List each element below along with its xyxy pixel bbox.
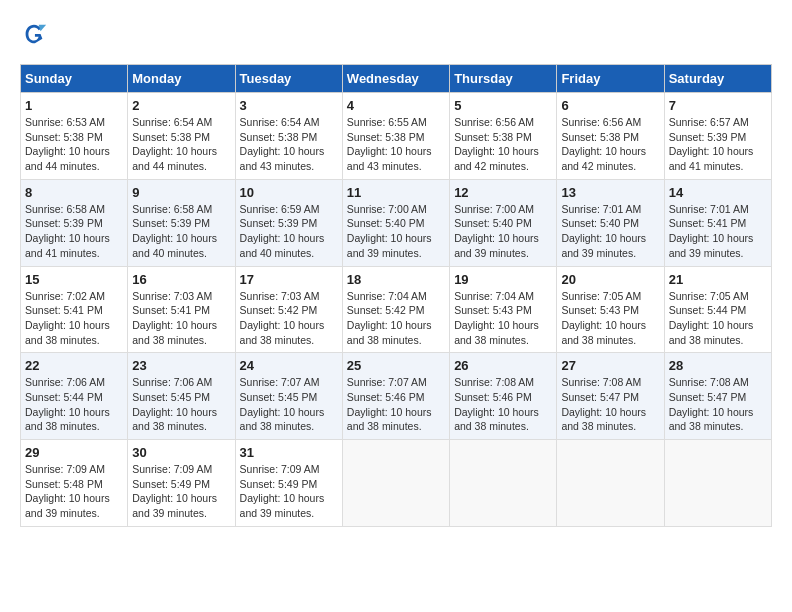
- calendar-body: 1Sunrise: 6:53 AMSunset: 5:38 PMDaylight…: [21, 93, 772, 527]
- calendar-day-cell: 15Sunrise: 7:02 AMSunset: 5:41 PMDayligh…: [21, 266, 128, 353]
- day-number: 31: [240, 445, 338, 460]
- day-info: Sunrise: 6:58 AMSunset: 5:39 PMDaylight:…: [25, 202, 123, 261]
- calendar-day-cell: 27Sunrise: 7:08 AMSunset: 5:47 PMDayligh…: [557, 353, 664, 440]
- calendar-day-cell: 20Sunrise: 7:05 AMSunset: 5:43 PMDayligh…: [557, 266, 664, 353]
- calendar-day-cell: 12Sunrise: 7:00 AMSunset: 5:40 PMDayligh…: [450, 179, 557, 266]
- day-number: 6: [561, 98, 659, 113]
- calendar-day-cell: 13Sunrise: 7:01 AMSunset: 5:40 PMDayligh…: [557, 179, 664, 266]
- logo: [20, 20, 52, 48]
- calendar-day-cell: 11Sunrise: 7:00 AMSunset: 5:40 PMDayligh…: [342, 179, 449, 266]
- empty-cell: [557, 440, 664, 527]
- calendar-day-cell: 9Sunrise: 6:58 AMSunset: 5:39 PMDaylight…: [128, 179, 235, 266]
- day-info: Sunrise: 7:08 AMSunset: 5:47 PMDaylight:…: [669, 375, 767, 434]
- day-header-friday: Friday: [557, 65, 664, 93]
- day-number: 30: [132, 445, 230, 460]
- day-number: 26: [454, 358, 552, 373]
- day-info: Sunrise: 7:04 AMSunset: 5:43 PMDaylight:…: [454, 289, 552, 348]
- day-number: 17: [240, 272, 338, 287]
- day-info: Sunrise: 7:04 AMSunset: 5:42 PMDaylight:…: [347, 289, 445, 348]
- day-info: Sunrise: 7:00 AMSunset: 5:40 PMDaylight:…: [454, 202, 552, 261]
- calendar-day-cell: 21Sunrise: 7:05 AMSunset: 5:44 PMDayligh…: [664, 266, 771, 353]
- day-info: Sunrise: 7:01 AMSunset: 5:40 PMDaylight:…: [561, 202, 659, 261]
- day-info: Sunrise: 6:56 AMSunset: 5:38 PMDaylight:…: [561, 115, 659, 174]
- day-number: 15: [25, 272, 123, 287]
- day-header-tuesday: Tuesday: [235, 65, 342, 93]
- day-info: Sunrise: 7:08 AMSunset: 5:47 PMDaylight:…: [561, 375, 659, 434]
- day-number: 29: [25, 445, 123, 460]
- calendar-day-cell: 22Sunrise: 7:06 AMSunset: 5:44 PMDayligh…: [21, 353, 128, 440]
- day-info: Sunrise: 7:09 AMSunset: 5:49 PMDaylight:…: [132, 462, 230, 521]
- calendar-day-cell: 19Sunrise: 7:04 AMSunset: 5:43 PMDayligh…: [450, 266, 557, 353]
- day-number: 14: [669, 185, 767, 200]
- day-number: 25: [347, 358, 445, 373]
- calendar-day-cell: 2Sunrise: 6:54 AMSunset: 5:38 PMDaylight…: [128, 93, 235, 180]
- calendar-day-cell: 31Sunrise: 7:09 AMSunset: 5:49 PMDayligh…: [235, 440, 342, 527]
- day-number: 10: [240, 185, 338, 200]
- day-number: 27: [561, 358, 659, 373]
- day-info: Sunrise: 7:05 AMSunset: 5:44 PMDaylight:…: [669, 289, 767, 348]
- day-info: Sunrise: 7:00 AMSunset: 5:40 PMDaylight:…: [347, 202, 445, 261]
- day-header-saturday: Saturday: [664, 65, 771, 93]
- day-number: 22: [25, 358, 123, 373]
- day-info: Sunrise: 7:05 AMSunset: 5:43 PMDaylight:…: [561, 289, 659, 348]
- day-info: Sunrise: 7:08 AMSunset: 5:46 PMDaylight:…: [454, 375, 552, 434]
- calendar-day-cell: 29Sunrise: 7:09 AMSunset: 5:48 PMDayligh…: [21, 440, 128, 527]
- calendar-day-cell: 16Sunrise: 7:03 AMSunset: 5:41 PMDayligh…: [128, 266, 235, 353]
- calendar-header-row: SundayMondayTuesdayWednesdayThursdayFrid…: [21, 65, 772, 93]
- day-number: 18: [347, 272, 445, 287]
- day-info: Sunrise: 7:01 AMSunset: 5:41 PMDaylight:…: [669, 202, 767, 261]
- calendar-week-row: 8Sunrise: 6:58 AMSunset: 5:39 PMDaylight…: [21, 179, 772, 266]
- day-number: 11: [347, 185, 445, 200]
- day-header-thursday: Thursday: [450, 65, 557, 93]
- day-info: Sunrise: 6:58 AMSunset: 5:39 PMDaylight:…: [132, 202, 230, 261]
- day-number: 19: [454, 272, 552, 287]
- calendar-day-cell: 25Sunrise: 7:07 AMSunset: 5:46 PMDayligh…: [342, 353, 449, 440]
- day-info: Sunrise: 6:56 AMSunset: 5:38 PMDaylight:…: [454, 115, 552, 174]
- day-number: 23: [132, 358, 230, 373]
- day-number: 16: [132, 272, 230, 287]
- calendar-day-cell: 30Sunrise: 7:09 AMSunset: 5:49 PMDayligh…: [128, 440, 235, 527]
- day-info: Sunrise: 6:55 AMSunset: 5:38 PMDaylight:…: [347, 115, 445, 174]
- empty-cell: [342, 440, 449, 527]
- day-number: 9: [132, 185, 230, 200]
- day-number: 24: [240, 358, 338, 373]
- day-info: Sunrise: 6:53 AMSunset: 5:38 PMDaylight:…: [25, 115, 123, 174]
- day-info: Sunrise: 6:54 AMSunset: 5:38 PMDaylight:…: [132, 115, 230, 174]
- day-number: 4: [347, 98, 445, 113]
- day-info: Sunrise: 7:07 AMSunset: 5:46 PMDaylight:…: [347, 375, 445, 434]
- day-info: Sunrise: 6:59 AMSunset: 5:39 PMDaylight:…: [240, 202, 338, 261]
- day-info: Sunrise: 7:02 AMSunset: 5:41 PMDaylight:…: [25, 289, 123, 348]
- calendar-table: SundayMondayTuesdayWednesdayThursdayFrid…: [20, 64, 772, 527]
- calendar-day-cell: 14Sunrise: 7:01 AMSunset: 5:41 PMDayligh…: [664, 179, 771, 266]
- calendar-day-cell: 1Sunrise: 6:53 AMSunset: 5:38 PMDaylight…: [21, 93, 128, 180]
- day-info: Sunrise: 6:57 AMSunset: 5:39 PMDaylight:…: [669, 115, 767, 174]
- calendar-week-row: 29Sunrise: 7:09 AMSunset: 5:48 PMDayligh…: [21, 440, 772, 527]
- day-header-wednesday: Wednesday: [342, 65, 449, 93]
- day-info: Sunrise: 7:07 AMSunset: 5:45 PMDaylight:…: [240, 375, 338, 434]
- day-number: 12: [454, 185, 552, 200]
- day-number: 28: [669, 358, 767, 373]
- calendar-day-cell: 10Sunrise: 6:59 AMSunset: 5:39 PMDayligh…: [235, 179, 342, 266]
- empty-cell: [450, 440, 557, 527]
- day-header-monday: Monday: [128, 65, 235, 93]
- day-info: Sunrise: 7:09 AMSunset: 5:48 PMDaylight:…: [25, 462, 123, 521]
- calendar-day-cell: 24Sunrise: 7:07 AMSunset: 5:45 PMDayligh…: [235, 353, 342, 440]
- day-number: 2: [132, 98, 230, 113]
- day-info: Sunrise: 7:09 AMSunset: 5:49 PMDaylight:…: [240, 462, 338, 521]
- logo-icon: [20, 20, 48, 48]
- day-info: Sunrise: 6:54 AMSunset: 5:38 PMDaylight:…: [240, 115, 338, 174]
- calendar-day-cell: 5Sunrise: 6:56 AMSunset: 5:38 PMDaylight…: [450, 93, 557, 180]
- day-number: 7: [669, 98, 767, 113]
- day-number: 13: [561, 185, 659, 200]
- day-header-sunday: Sunday: [21, 65, 128, 93]
- day-number: 20: [561, 272, 659, 287]
- calendar-week-row: 15Sunrise: 7:02 AMSunset: 5:41 PMDayligh…: [21, 266, 772, 353]
- empty-cell: [664, 440, 771, 527]
- day-number: 8: [25, 185, 123, 200]
- calendar-week-row: 22Sunrise: 7:06 AMSunset: 5:44 PMDayligh…: [21, 353, 772, 440]
- day-info: Sunrise: 7:06 AMSunset: 5:45 PMDaylight:…: [132, 375, 230, 434]
- day-info: Sunrise: 7:03 AMSunset: 5:42 PMDaylight:…: [240, 289, 338, 348]
- calendar-day-cell: 3Sunrise: 6:54 AMSunset: 5:38 PMDaylight…: [235, 93, 342, 180]
- calendar-day-cell: 4Sunrise: 6:55 AMSunset: 5:38 PMDaylight…: [342, 93, 449, 180]
- day-number: 21: [669, 272, 767, 287]
